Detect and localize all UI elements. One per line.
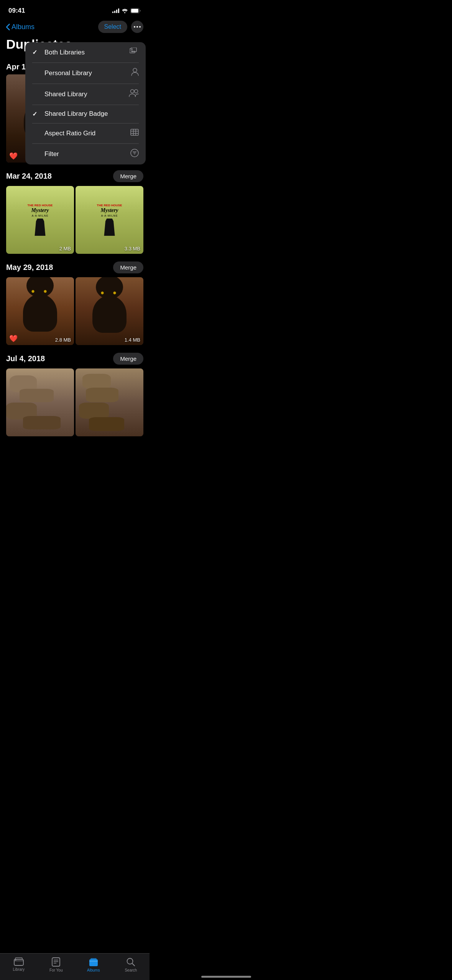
photo-stones-1[interactable]: [6, 368, 74, 436]
section-mar-2018: Mar 24, 2018 Merge The Red House Mystery…: [0, 163, 150, 254]
photo-grid-may-2018: ❤️ 2.8 MB 1.4 MB: [0, 277, 150, 345]
dropdown-item-filter[interactable]: ✓ Filter: [25, 143, 146, 164]
both-libraries-label: Both Libraries: [44, 49, 85, 56]
photo-size-book-2: 3.3 MB: [125, 246, 140, 252]
photo-size-book-1: 2 MB: [59, 246, 71, 252]
aspect-ratio-grid-label: Aspect Ratio Grid: [44, 130, 95, 137]
select-button[interactable]: Select: [98, 21, 127, 33]
svg-point-4: [136, 26, 138, 28]
grid-icon: [130, 128, 139, 138]
svg-point-10: [131, 90, 134, 93]
filter-label: Filter: [44, 150, 59, 158]
bottom-spacer: [0, 436, 150, 475]
svg-point-8: [132, 49, 133, 50]
svg-point-3: [134, 26, 135, 28]
dropdown-menu: ✓ Both Libraries ✓ Personal Library: [25, 42, 146, 164]
personal-library-label: Personal Library: [44, 69, 92, 77]
photo-grid-mar-2018: The Red House Mystery A·A·MILNE 2 MB The…: [0, 186, 150, 254]
person-icon: [131, 68, 139, 78]
status-time: 09:41: [8, 7, 25, 15]
svg-point-5: [139, 26, 141, 28]
dropdown-item-personal-library[interactable]: ✓ Personal Library: [25, 62, 146, 84]
merge-button-mar-2018[interactable]: Merge: [113, 170, 143, 182]
section-may-2018: May 29, 2018 Merge ❤️ 2.8 MB: [0, 254, 150, 345]
shared-library-badge-label: Shared Library Badge: [44, 110, 108, 118]
photo-grid-jul-2018: [0, 368, 150, 436]
dropdown-item-shared-library[interactable]: ✓ Shared Library: [25, 84, 146, 105]
svg-point-0: [124, 12, 125, 13]
nav-actions: Select: [98, 21, 143, 33]
check-both-libraries: ✓: [32, 49, 40, 56]
svg-point-9: [133, 68, 137, 72]
dropdown-item-aspect-ratio-grid[interactable]: ✓ Aspect Ratio Grid: [25, 123, 146, 143]
svg-point-11: [135, 90, 138, 93]
wifi-icon: [122, 8, 128, 13]
photo-size-cat-2: 1.4 MB: [125, 337, 140, 343]
dropdown-item-both-libraries[interactable]: ✓ Both Libraries: [25, 42, 146, 62]
photo-cat-floor-1[interactable]: ❤️ 2.8 MB: [6, 277, 74, 345]
photo-stones-2[interactable]: [76, 368, 143, 436]
heart-icon-cat-floor-1: ❤️: [9, 334, 18, 343]
date-may-2018: May 29, 2018: [6, 263, 53, 272]
status-bar: 09:41: [0, 0, 150, 19]
merge-button-may-2018[interactable]: Merge: [113, 261, 143, 273]
merge-button-jul-2018[interactable]: Merge: [113, 353, 143, 365]
shared-library-label: Shared Library: [44, 90, 87, 98]
heart-icon: ❤️: [9, 152, 18, 160]
svg-rect-7: [131, 48, 136, 52]
svg-rect-12: [131, 129, 138, 135]
more-button[interactable]: [131, 21, 143, 33]
check-shared-library-badge: ✓: [32, 110, 40, 118]
gallery-icon: [130, 48, 139, 57]
battery-icon: [130, 8, 141, 13]
section-jul-2018: Jul 4, 2018 Merge: [0, 345, 150, 436]
filter-icon: [130, 149, 139, 159]
signal-icon: [112, 8, 119, 13]
back-label: Albums: [12, 23, 35, 31]
date-jul-2018: Jul 4, 2018: [6, 354, 45, 363]
people-icon: [129, 89, 139, 99]
photo-book-1[interactable]: The Red House Mystery A·A·MILNE 2 MB: [6, 186, 74, 254]
photo-size-cat-1: 2.8 MB: [55, 337, 71, 343]
nav-bar: Albums Select: [0, 19, 150, 36]
photo-book-2[interactable]: The Red House Mystery A·A·MILNE 3.3 MB: [76, 186, 143, 254]
status-icons: [112, 8, 141, 13]
back-button[interactable]: Albums: [6, 23, 35, 31]
photo-cat-floor-2[interactable]: 1.4 MB: [76, 277, 143, 345]
date-mar-2018: Mar 24, 2018: [6, 172, 52, 181]
svg-rect-2: [131, 9, 138, 13]
dropdown-item-shared-library-badge[interactable]: ✓ Shared Library Badge: [25, 105, 146, 123]
